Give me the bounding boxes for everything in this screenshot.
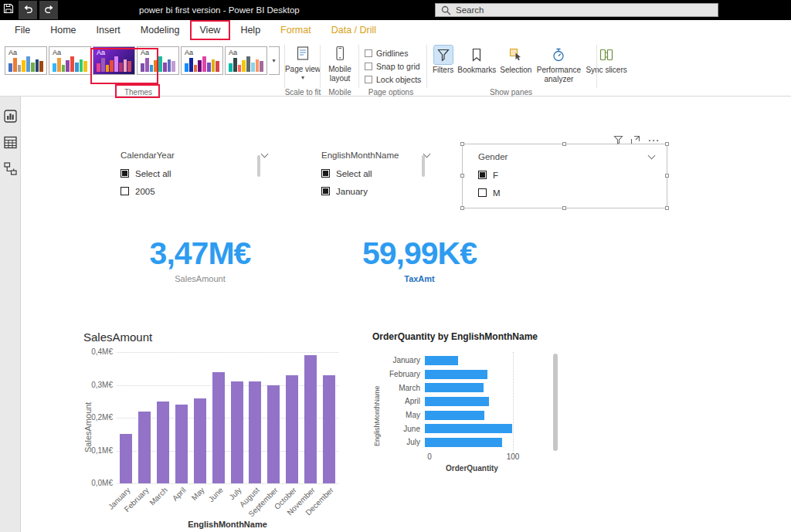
ribbon-tab-help[interactable]: Help: [230, 20, 270, 40]
group-separator: [596, 45, 597, 88]
card-label: SalesAmount: [118, 274, 282, 283]
card-salesamount[interactable]: 3,47M€ SalesAmount: [118, 236, 282, 283]
mobile-layout-button[interactable]: Mobile layout: [321, 46, 358, 83]
more-options-icon[interactable]: …: [647, 139, 660, 142]
bar-january[interactable]: [425, 356, 458, 365]
theme-6[interactable]: Aa: [225, 46, 267, 75]
checkbox-icon[interactable]: [365, 49, 372, 57]
resize-handle[interactable]: [562, 206, 566, 210]
resize-handle[interactable]: [562, 142, 566, 146]
ribbon-tab-view[interactable]: View: [190, 20, 231, 40]
column-march[interactable]: [157, 402, 169, 483]
filters-button[interactable]: Filters: [433, 46, 453, 75]
bar-may[interactable]: [425, 411, 484, 420]
ribbon-tab-data-drill[interactable]: Data / Drill: [321, 20, 386, 40]
column-february[interactable]: [138, 412, 151, 484]
x-axis: 0100: [370, 452, 567, 462]
column-june[interactable]: [212, 372, 225, 484]
resize-handle[interactable]: [665, 142, 669, 146]
salesamount-column-chart[interactable]: SalesAmount SalesAmount 0,0M€0,1M€0,2M€0…: [82, 329, 349, 532]
bar-april[interactable]: [425, 397, 489, 406]
column-september[interactable]: [267, 385, 280, 484]
slicer-item-january[interactable]: January: [321, 182, 429, 200]
checkbox-icon[interactable]: [121, 169, 129, 178]
checkbox-icon[interactable]: [478, 188, 487, 197]
chevron-down-icon[interactable]: [261, 150, 269, 158]
slicer-item-2005[interactable]: 2005: [121, 182, 267, 200]
column-october[interactable]: [286, 375, 298, 483]
sidebar-report-view-button[interactable]: [2, 107, 19, 124]
bar-june[interactable]: [425, 424, 512, 433]
slicer-title: CalendarYear: [121, 151, 175, 160]
chevron-down-icon[interactable]: [648, 151, 656, 159]
bookmarks-button[interactable]: Bookmarks: [457, 46, 496, 75]
slicer-englishmonthname[interactable]: EnglishMonthNameSelect allJanuary: [321, 147, 429, 200]
ribbon-tab-file[interactable]: File: [5, 20, 40, 40]
snap-to-grid-checkbox[interactable]: Snap to grid: [365, 59, 421, 73]
search-placeholder: Search: [456, 5, 484, 15]
ribbon-tab-format[interactable]: Format: [270, 20, 321, 40]
slicer-calendaryear[interactable]: CalendarYearSelect all2005: [121, 147, 267, 200]
resize-handle[interactable]: [460, 142, 464, 146]
theme-4[interactable]: Aa: [137, 46, 179, 75]
resize-handle[interactable]: [460, 174, 464, 178]
checkbox-icon[interactable]: [478, 171, 487, 179]
slicer-item-select-all[interactable]: Select all: [321, 164, 429, 182]
performance-analyzer-button[interactable]: Performance analyzer: [535, 46, 582, 83]
theme-gallery-expand-button[interactable]: ▾: [269, 46, 280, 75]
slicer-item-select-all[interactable]: Select all: [121, 164, 267, 182]
bar-march[interactable]: [425, 383, 484, 392]
theme-sample-text: Aa: [185, 49, 193, 56]
selection-button[interactable]: Selection: [500, 46, 531, 75]
lock-objects-checkbox[interactable]: Lock objects: [365, 73, 421, 86]
bar-july[interactable]: [425, 438, 502, 447]
resize-handle[interactable]: [665, 174, 669, 178]
search-input[interactable]: Search: [435, 3, 718, 17]
ribbon-tab-home[interactable]: Home: [40, 20, 86, 40]
column-january[interactable]: [120, 434, 132, 483]
slicer-scrollbar[interactable]: [422, 155, 425, 177]
save-button[interactable]: [0, 0, 17, 20]
report-canvas[interactable]: … CalendarYearSelect all2005 EnglishMont…: [21, 97, 791, 532]
theme-3-selected[interactable]: Aa: [93, 46, 135, 75]
resize-handle[interactable]: [665, 206, 669, 210]
page-view-icon: [295, 46, 311, 63]
theme-mini-chart: [97, 56, 131, 72]
column-july[interactable]: [231, 381, 243, 483]
theme-2[interactable]: Aa: [49, 46, 91, 75]
checkbox-icon[interactable]: [365, 76, 372, 83]
sidebar-data-view-button[interactable]: [2, 134, 19, 151]
theme-1[interactable]: Aa: [5, 46, 47, 75]
plot-area: [117, 352, 338, 483]
resize-handle[interactable]: [460, 206, 464, 210]
card-taxamt[interactable]: 59,99K€ TaxAmt: [338, 236, 501, 283]
ribbon-tab-modeling[interactable]: Modeling: [131, 20, 190, 40]
column-december[interactable]: [323, 375, 335, 483]
chart-scrollbar[interactable]: [553, 354, 558, 451]
sidebar-model-view-button[interactable]: [2, 160, 19, 177]
checkbox-icon[interactable]: [121, 187, 129, 195]
column-april[interactable]: [175, 405, 188, 483]
ribbon-tab-insert[interactable]: Insert: [87, 20, 131, 40]
sync-slicers-button[interactable]: Sync slicers: [586, 46, 626, 75]
column-november[interactable]: [304, 355, 317, 483]
column-august[interactable]: [249, 381, 261, 483]
redo-button[interactable]: [39, 1, 58, 19]
column-may[interactable]: [194, 398, 206, 484]
bar-february[interactable]: [425, 370, 487, 379]
gridlines-checkbox[interactable]: Gridlines: [365, 46, 421, 59]
checkbox-icon[interactable]: [365, 63, 372, 70]
slicer-item-m[interactable]: M: [478, 184, 654, 202]
slicer-item-f[interactable]: F: [478, 166, 654, 184]
slicer-gender[interactable]: GenderFM: [478, 149, 654, 202]
orderquantity-bar-chart[interactable]: OrderQuantity by EnglishMonthName Englis…: [370, 329, 567, 479]
checkbox-label: Gridlines: [376, 49, 408, 58]
theme-5[interactable]: Aa: [181, 46, 223, 75]
slicer-scrollbar[interactable]: [257, 155, 260, 177]
checkbox-icon[interactable]: [321, 169, 330, 178]
plot-area: JanuaryFebruaryMarchAprilMayJuneJuly: [379, 354, 512, 449]
checkbox-icon[interactable]: [321, 187, 330, 195]
ribbon-tab-bar: FileHomeInsertModelingViewHelpFormatData…: [0, 20, 791, 40]
undo-button[interactable]: [19, 1, 37, 19]
page-view-button[interactable]: Page view ▾: [284, 46, 321, 82]
